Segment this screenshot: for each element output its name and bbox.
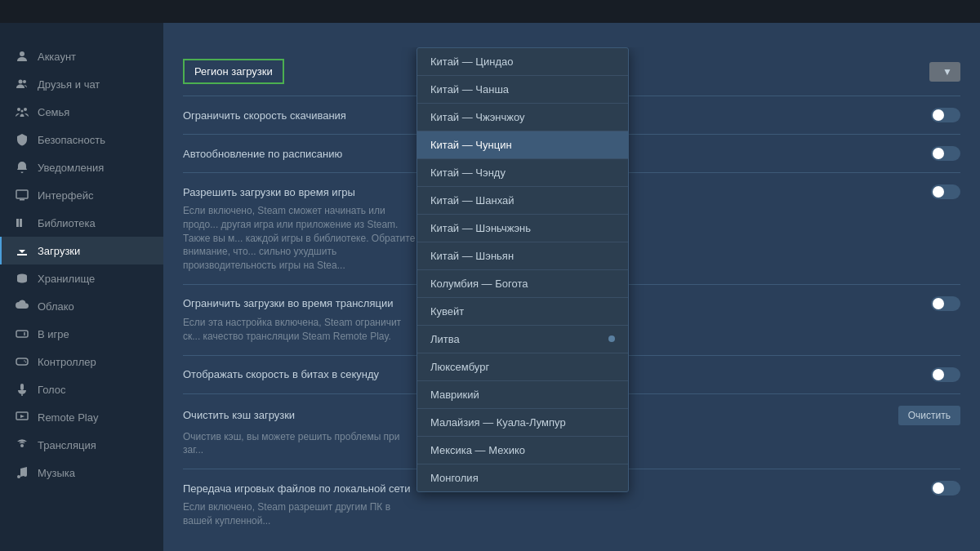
notifications-icon — [15, 160, 29, 175]
broadcast-icon — [15, 438, 29, 452]
setting-label-limit-speed: Ограничить скорость скачивания — [183, 109, 346, 122]
storage-icon — [15, 271, 29, 286]
sidebar-item-ingame[interactable]: В игре — [0, 320, 163, 348]
cloud-icon — [15, 299, 29, 313]
sidebar-item-label-remoteplay: Remote Play — [38, 411, 98, 424]
library-icon — [15, 216, 29, 230]
action-button-clear-cache[interactable]: Очистить — [898, 406, 960, 425]
sidebar-title — [0, 33, 163, 42]
svg-point-5 — [21, 110, 24, 113]
toggle-limit-speed[interactable] — [931, 108, 960, 122]
setting-label-download-region: Регион загрузки — [183, 59, 284, 84]
content-area: Регион загрузки▼Ограничить скорость скач… — [163, 23, 980, 551]
dropdown-item-mexico-mexico[interactable]: Мексика — Мехико — [417, 437, 628, 464]
dropdown-overlay[interactable]: Китай — ЦиндаоКитай — ЧаншаКитай — Чжэнч… — [416, 47, 629, 492]
toggle-local-transfer[interactable] — [931, 481, 960, 495]
chevron-down-icon: ▼ — [942, 66, 952, 78]
account-icon — [15, 49, 29, 64]
sidebar-item-label-music: Музыка — [38, 467, 75, 479]
toggle-show-speed[interactable] — [931, 367, 960, 382]
sidebar-item-label-cloud: Облако — [38, 300, 74, 313]
sidebar-item-interface[interactable]: Интерфейс — [0, 181, 163, 209]
dropdown-item-luxembourg[interactable]: Люксембург — [417, 353, 628, 381]
sidebar-item-label-controller: Контроллер — [38, 356, 96, 368]
dropdown-item-colombia-bogota[interactable]: Колумбия — Богота — [417, 270, 628, 298]
svg-point-2 — [23, 80, 26, 83]
svg-point-3 — [17, 108, 20, 111]
app-body: АккаунтДрузья и чатСемьяБезопасностьУвед… — [0, 23, 980, 551]
sidebar-item-library[interactable]: Библиотека — [0, 209, 163, 237]
svg-rect-11 — [16, 331, 28, 337]
dropdown-item-china-shenyang[interactable]: Китай — Шэньян — [417, 242, 628, 270]
setting-desc-local-transfer: Если включено, Steam разрешит другим ПК … — [183, 500, 420, 528]
ingame-icon — [15, 327, 29, 341]
family-icon — [15, 104, 29, 119]
setting-label-clear-cache: Очистить кэш загрузки — [183, 409, 295, 421]
sidebar-item-cloud[interactable]: Облако — [0, 292, 163, 320]
titlebar — [0, 0, 980, 23]
svg-point-1 — [19, 80, 23, 84]
sidebar-item-label-storage: Хранилище — [38, 273, 95, 285]
dropdown-item-china-shanghai[interactable]: Китай — Шанхай — [417, 187, 628, 215]
downloads-icon — [15, 243, 29, 258]
dropdown-item-china-chongqing[interactable]: Китай — Чунцин — [417, 131, 628, 159]
sidebar-item-label-account: Аккаунт — [38, 51, 76, 63]
dropdown-item-china-zhengzhou[interactable]: Китай — Чжэнчжоу — [417, 104, 628, 131]
toggle-auto-update[interactable] — [931, 146, 960, 161]
svg-point-13 — [24, 334, 25, 335]
dropdown-item-kuwait[interactable]: Кувейт — [417, 298, 628, 326]
settings-scroll[interactable]: Регион загрузки▼Ограничить скорость скач… — [163, 47, 980, 551]
dropdown-item-china-changsha[interactable]: Китай — Чанша — [417, 76, 628, 104]
svg-point-23 — [24, 473, 27, 477]
sidebar-item-downloads[interactable]: Загрузки — [0, 237, 163, 264]
setting-label-auto-update: Автообновление по расписанию — [183, 148, 342, 160]
sidebar-item-broadcast[interactable]: Трансляция — [0, 431, 163, 459]
maximize-button[interactable] — [939, 4, 954, 19]
toggle-allow-during-game[interactable] — [931, 184, 960, 199]
sidebar-item-notifications[interactable]: Уведомления — [0, 153, 163, 181]
svg-rect-17 — [20, 384, 24, 390]
minimize-button[interactable] — [920, 4, 934, 19]
svg-marker-20 — [20, 415, 24, 418]
scroll-indicator — [608, 335, 615, 342]
dropdown-item-lithuania[interactable]: Литва — [417, 326, 628, 353]
svg-point-15 — [24, 360, 25, 362]
sidebar-item-controller[interactable]: Контроллер — [0, 348, 163, 375]
dropdown-item-china-shenzhen[interactable]: Китай — Шэньчжэнь — [417, 215, 628, 242]
sidebar-item-label-downloads: Загрузки — [38, 245, 80, 257]
sidebar: АккаунтДрузья и чатСемьяБезопасностьУвед… — [0, 23, 163, 551]
content-header — [163, 23, 980, 47]
setting-label-limit-during-broadcast: Ограничить загрузки во время трансляции — [183, 297, 393, 309]
svg-point-12 — [24, 332, 25, 334]
sidebar-item-family[interactable]: Семья — [0, 98, 163, 126]
dropdown-trigger-download-region[interactable]: ▼ — [929, 62, 960, 82]
sidebar-item-label-friends: Друзья и чат — [38, 78, 100, 91]
svg-rect-0 — [20, 51, 24, 56]
sidebar-item-voice[interactable]: Голос — [0, 375, 163, 403]
toggle-limit-during-broadcast[interactable] — [931, 296, 960, 311]
remoteplay-icon — [15, 410, 29, 424]
sidebar-item-account[interactable]: Аккаунт — [0, 42, 163, 70]
sidebar-item-music[interactable]: Музыка — [0, 459, 163, 487]
dropdown-item-china-chengdu[interactable]: Китай — Чэнду — [417, 159, 628, 187]
controller-icon — [15, 354, 29, 369]
dropdown-item-mongolia[interactable]: Монголия — [417, 464, 628, 491]
sidebar-nav: АккаунтДрузья и чатСемьяБезопасностьУвед… — [0, 42, 163, 487]
setting-label-local-transfer: Передача игровых файлов по локальной сет… — [183, 482, 411, 495]
sidebar-item-security[interactable]: Безопасность — [0, 126, 163, 153]
svg-rect-9 — [20, 219, 22, 227]
sidebar-item-friends[interactable]: Друзья и чат — [0, 70, 163, 98]
dropdown-item-mauritius[interactable]: Маврикий — [417, 381, 628, 409]
music-icon — [15, 465, 29, 480]
dropdown-item-malaysia-kl[interactable]: Малайзия — Куала-Лумпур — [417, 409, 628, 437]
sidebar-item-label-interface: Интерфейс — [38, 189, 93, 202]
svg-point-16 — [25, 362, 27, 363]
svg-point-4 — [24, 108, 27, 111]
voice-icon — [15, 382, 29, 397]
sidebar-item-label-security: Безопасность — [38, 134, 105, 146]
sidebar-item-remoteplay[interactable]: Remote Play — [0, 403, 163, 431]
sidebar-item-storage[interactable]: Хранилище — [0, 264, 163, 292]
dropdown-item-china-qingdao[interactable]: Китай — Циндао — [417, 48, 628, 76]
sidebar-item-label-broadcast: Трансляция — [38, 439, 96, 451]
close-button[interactable] — [959, 4, 973, 19]
